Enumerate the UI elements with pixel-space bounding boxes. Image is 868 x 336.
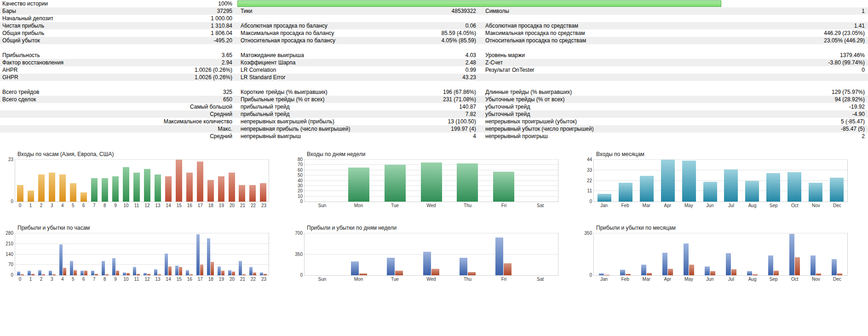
stat-label: Матожидание выигрыша (232, 52, 384, 59)
x-axis-tick: 1 (25, 277, 36, 282)
bar-group (15, 160, 26, 202)
bar (724, 169, 738, 202)
bar-group (305, 233, 341, 275)
bar (431, 269, 439, 275)
bar (112, 176, 119, 202)
bar (351, 261, 359, 275)
bar (468, 272, 476, 275)
stat-value: 2.48 (384, 59, 476, 66)
bar (232, 272, 235, 275)
y-axis-tick: 44 (578, 157, 592, 162)
chart-5: Прибыли и убытки по дням недели0350700Su… (289, 225, 579, 282)
bar-group (142, 160, 152, 202)
bar (123, 167, 129, 202)
bar (21, 274, 24, 275)
stat-value: 2.94 (120, 59, 232, 66)
bar-group (26, 160, 36, 202)
bar (809, 183, 822, 202)
chart-plot: 0350700 (304, 233, 558, 276)
y-axis-tick: 33 (578, 168, 592, 173)
stat-label: Длинные трейды (% выигравших) (476, 88, 632, 96)
x-axis-tick: 10 (121, 203, 131, 208)
bar-group (184, 160, 195, 202)
bar-group (678, 233, 700, 275)
bar-group (486, 160, 522, 202)
bar-group (36, 233, 47, 275)
x-axis-tick: Jan (593, 277, 615, 282)
bar (710, 271, 715, 275)
x-axis-tick: Jan (593, 203, 615, 208)
bar-group (341, 233, 377, 275)
bar (197, 162, 203, 202)
bar-group (110, 160, 121, 202)
chart-plot: 01020304050607080 (304, 159, 558, 202)
y-axis-tick: 700 (289, 231, 303, 236)
bar (196, 234, 200, 275)
bar (123, 272, 126, 276)
bar (165, 254, 168, 275)
stat-label: Прибыльность (0, 52, 120, 59)
bar-group (110, 233, 121, 275)
y-axis-tick: 140 (0, 252, 13, 257)
bar-group (615, 233, 636, 275)
bar-group (89, 233, 100, 275)
stat-label: Фактор восстановления (0, 59, 120, 66)
stat-label: Чистая прибыль (0, 22, 120, 29)
bar (179, 267, 182, 275)
bar (105, 274, 109, 275)
bar-group (237, 233, 247, 275)
stat-value: 1 (632, 7, 868, 15)
strategy-tester-report: Качество истории100%Бары37295Тики4853932… (0, 0, 868, 282)
bar (260, 272, 263, 276)
y-axis-tick: 0 (289, 199, 303, 204)
x-axis-tick: Sat (522, 203, 558, 208)
x-axis-tick: Fri (486, 277, 522, 282)
stat-value: 37295 (120, 7, 232, 15)
x-axis-tick: 6 (78, 203, 89, 208)
y-axis-tick: 350 (578, 231, 592, 236)
stat-value: 3.65 (120, 52, 232, 59)
bar (239, 185, 245, 202)
bar (59, 174, 66, 202)
bar (768, 255, 773, 275)
stats-row: Самый большойприбыльный трейд140.87убыто… (0, 103, 868, 110)
x-axis-tick: 23 (259, 203, 269, 208)
x-axis-tick: Aug (742, 277, 763, 282)
bar (731, 269, 736, 275)
bar-group (449, 160, 486, 202)
y-axis-tick: 60 (289, 168, 303, 173)
bar-group (163, 160, 173, 202)
stat-value: 0.99 (384, 66, 476, 74)
bar-group (826, 233, 847, 275)
chart-plot: 070140210280 (15, 233, 269, 276)
x-axis-tick: 16 (184, 203, 195, 208)
bar-group (449, 233, 486, 275)
stat-label: Тики (232, 7, 384, 15)
bar (460, 258, 467, 275)
bar-group (15, 233, 26, 275)
bar (832, 259, 837, 275)
stat-value: 1 310.84 (120, 22, 232, 29)
stat-value: 1379.46% (632, 52, 868, 59)
x-axis-tick: 15 (174, 203, 184, 208)
stat-label: Коэффициент Шарпа (232, 59, 384, 66)
x-axis-tick: Feb (615, 277, 636, 282)
bar (137, 274, 140, 275)
bar (155, 174, 161, 202)
stat-value: 4 (384, 133, 476, 140)
x-axis-tick: 13 (153, 203, 163, 208)
bar-group (79, 160, 89, 202)
bar (774, 271, 779, 275)
x-axis-tick: Mar (636, 203, 657, 208)
stat-label: Z-Счет (476, 59, 632, 66)
stats-row: Среднийприбыльный трейд7.82убыточный тре… (0, 110, 868, 118)
stat-value: 199.97 (4) (384, 125, 476, 133)
bar-group (636, 233, 657, 275)
x-axis-labels: JanFebMarAprMayJunJulAugSepOctNovDec (593, 202, 848, 208)
bar (816, 273, 821, 275)
bar-group (258, 160, 269, 202)
bar (28, 191, 34, 202)
stat-label: непрерывных выигрышей (прибыль) (232, 118, 384, 125)
bar (249, 267, 253, 275)
x-axis-tick: 9 (110, 203, 121, 208)
